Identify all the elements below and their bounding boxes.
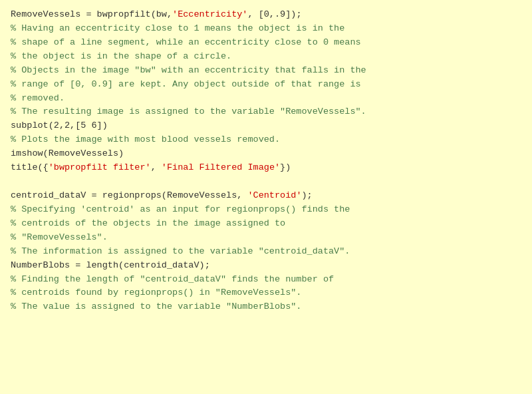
code-line-13: centroid_dataV = regionprops(RemoveVesse… — [11, 189, 521, 203]
code-text: RemoveVessels = bwpropfilt(bw, — [11, 9, 172, 19]
code-text: , — [151, 162, 162, 172]
code-text: }) — [280, 162, 291, 172]
code-line-20: % centroids found by regionprops() in "R… — [11, 286, 521, 300]
blank-line-1 — [11, 175, 521, 189]
code-line-10: % Plots the image with most blood vessel… — [11, 133, 521, 147]
code-line-5: % Objects in the image "bw" with an ecce… — [11, 64, 521, 78]
code-string: 'Final Filtered Image' — [162, 162, 280, 172]
code-line-18: NumberBlobs = length(centroid_dataV); — [11, 259, 521, 273]
code-line-21: % The value is assigned to the variable … — [11, 300, 521, 314]
code-line-2: % Having an eccentricity close to 1 mean… — [11, 22, 521, 36]
code-line-9: subplot(2,2,[5 6]) — [11, 119, 521, 133]
code-line-1: RemoveVessels = bwpropfilt(bw,'Eccentric… — [11, 8, 521, 22]
code-text: , [0,.9]); — [247, 9, 301, 19]
code-line-16: % "RemoveVessels". — [11, 231, 521, 245]
code-string: 'Centroid' — [247, 190, 301, 200]
code-line-7: % removed. — [11, 92, 521, 106]
code-container: RemoveVessels = bwpropfilt(bw,'Eccentric… — [0, 0, 532, 394]
code-text: centroid_dataV = regionprops(RemoveVesse… — [11, 190, 247, 200]
code-text: ); — [301, 190, 312, 200]
code-line-15: % centroids of the objects in the image … — [11, 217, 521, 231]
code-string: 'bwpropfilt filter' — [49, 162, 151, 172]
code-text: title({ — [11, 162, 49, 172]
code-line-17: % The information is assigned to the var… — [11, 245, 521, 259]
code-line-14: % Specifying 'centroid' as an input for … — [11, 203, 521, 217]
code-line-12: title({'bwpropfilt filter', 'Final Filte… — [11, 161, 521, 175]
code-line-8: % The resulting image is assigned to the… — [11, 105, 521, 119]
code-line-3: % shape of a line segment, while an ecce… — [11, 36, 521, 50]
code-line-19: % Finding the length of "centroid_dataV"… — [11, 273, 521, 287]
code-line-4: % the object is in the shape of a circle… — [11, 50, 521, 64]
code-line-11: imshow(RemoveVessels) — [11, 147, 521, 161]
code-line-6: % range of [0, 0.9] are kept. Any object… — [11, 78, 521, 92]
code-string: 'Eccentricity' — [172, 9, 247, 19]
